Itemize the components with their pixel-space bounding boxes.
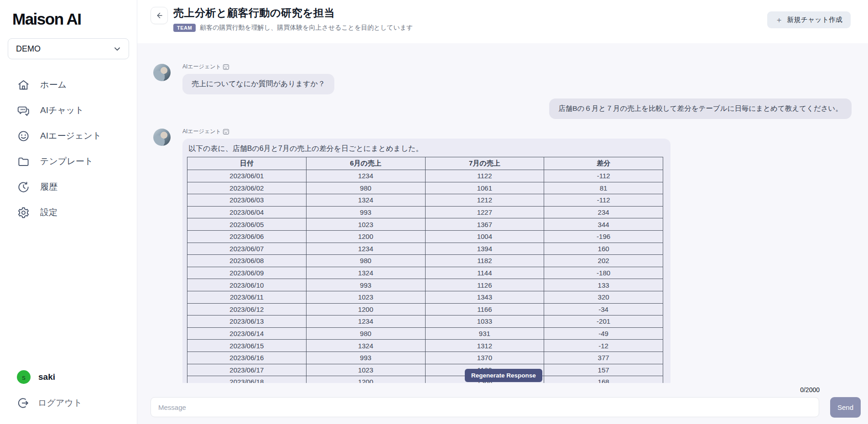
logout-icon [17, 397, 29, 409]
send-button[interactable]: Send [830, 397, 861, 418]
sidebar: Maison AI DEMO ホーム AIチャット AIエージェント テンプレー… [0, 0, 137, 424]
table-cell: 980 [306, 327, 425, 340]
agent-message-bubble: 売上についてなにか質問がありますか？ [182, 74, 334, 94]
table-cell: 1004 [425, 230, 544, 243]
agent-description: 顧客の購買行動を理解し、購買体験を向上させることを目的としています [200, 24, 413, 32]
table-cell: 2023/06/09 [187, 267, 307, 279]
table-cell: 1144 [425, 267, 544, 279]
sidebar-item-ai-chat[interactable]: AIチャット [0, 98, 137, 123]
chat-header: 売上分析と顧客行動の研究を担当 TEAM 顧客の購買行動を理解し、購買体験を向上… [137, 0, 868, 43]
table-row: 2023/06/0313241212-112 [187, 194, 663, 207]
table-cell: -112 [544, 194, 663, 207]
table-cell: 1033 [425, 315, 544, 328]
table-cell: 1343 [425, 291, 544, 303]
table-cell: 2023/06/12 [187, 303, 307, 315]
table-cell: 1061 [425, 182, 544, 194]
user-message-bubble: 店舗Bの６月と７月の売上を比較して差分をテーブルに日毎にまとめて教えてください。 [549, 98, 852, 119]
table-cell: 2023/06/06 [187, 230, 307, 243]
table-cell: 81 [544, 182, 663, 194]
table-cell: 2023/06/13 [187, 315, 307, 328]
table-cell: 1370 [425, 352, 544, 364]
table-cell: 2023/06/02 [187, 182, 307, 194]
table-cell: 993 [306, 352, 425, 364]
table-header-cell: 差分 [544, 157, 663, 170]
user-name: saki [38, 372, 55, 382]
table-cell: 202 [544, 255, 663, 267]
sidebar-item-label: AIエージェント [40, 130, 101, 142]
team-badge: TEAM [173, 24, 196, 32]
table-cell: 2023/06/07 [187, 243, 307, 255]
message-input[interactable] [151, 397, 819, 417]
sidebar-item-label: 履歴 [40, 181, 57, 193]
table-row: 2023/06/0712341394160 [187, 243, 663, 255]
sales-comparison-table: 日付6月の売上7月の売上差分 2023/06/0112341122-112202… [187, 157, 663, 383]
table-row: 2023/06/02980106181 [187, 182, 663, 194]
back-button[interactable] [151, 7, 168, 24]
agent-message: AIエージェント 売上についてなにか質問がありますか？ [137, 62, 868, 94]
table-cell: 157 [544, 364, 663, 376]
agent-icon [17, 130, 30, 142]
sidebar-item-home[interactable]: ホーム [0, 72, 137, 98]
table-cell: 1227 [425, 206, 544, 218]
table-header-cell: 6月の売上 [306, 157, 425, 170]
robot-icon [223, 64, 229, 70]
table-cell: 133 [544, 279, 663, 291]
table-cell: 1367 [425, 218, 544, 231]
user-message: 店舗Bの６月と７月の売上を比較して差分をテーブルに日毎にまとめて教えてください。 [137, 98, 868, 119]
table-row: 2023/06/14980931-49 [187, 327, 663, 340]
agent-message: AIエージェント 以下の表に、店舗Bの6月と7月の売上の差分を日ごとにまとめまし… [137, 127, 868, 383]
agent-table-bubble: 以下の表に、店舗Bの6月と7月の売上の差分を日ごとにまとめました。 日付6月の売… [182, 139, 670, 383]
agent-avatar [153, 64, 171, 81]
agent-name-label: AIエージェント [182, 63, 221, 71]
history-icon [17, 181, 30, 193]
table-cell: 993 [306, 206, 425, 218]
table-cell: 1182 [425, 255, 544, 267]
table-cell: -49 [544, 327, 663, 340]
table-cell: 1200 [306, 230, 425, 243]
table-cell: 2023/06/10 [187, 279, 307, 291]
table-row: 2023/06/0112341122-112 [187, 170, 663, 182]
table-cell: 1234 [306, 243, 425, 255]
back-arrow-icon [155, 11, 163, 20]
table-cell: 2023/06/14 [187, 327, 307, 340]
logout-label: ログアウト [38, 397, 82, 409]
table-cell: 1200 [306, 303, 425, 315]
table-row: 2023/06/1710231180157 [187, 364, 663, 376]
new-chat-button[interactable]: ＋ 新規チャット作成 [767, 11, 851, 28]
table-header-cell: 7月の売上 [425, 157, 544, 170]
regenerate-response-button[interactable]: Regenerate Response [465, 369, 542, 382]
sidebar-item-label: テンプレート [40, 155, 93, 167]
table-cell: 2023/06/16 [187, 352, 307, 364]
sidebar-item-settings[interactable]: 設定 [0, 200, 137, 225]
table-cell: 2023/06/08 [187, 255, 307, 267]
user-profile: s saki [0, 368, 137, 386]
table-row: 2023/06/1212001166-34 [187, 303, 663, 315]
table-cell: 1234 [306, 315, 425, 328]
sidebar-item-history[interactable]: 履歴 [0, 174, 137, 200]
table-cell: 2023/06/05 [187, 218, 307, 231]
sidebar-item-templates[interactable]: テンプレート [0, 149, 137, 174]
table-cell: 2023/06/18 [187, 376, 307, 383]
table-row: 2023/06/1312341033-201 [187, 315, 663, 328]
plus-icon: ＋ [775, 15, 783, 25]
table-cell: -34 [544, 303, 663, 315]
table-header-cell: 日付 [187, 157, 307, 170]
composer: 0/2000 Send [137, 383, 868, 424]
table-cell: 980 [306, 255, 425, 267]
table-cell: 1394 [425, 243, 544, 255]
template-icon [17, 155, 30, 168]
sidebar-item-ai-agent[interactable]: AIエージェント [0, 123, 137, 149]
logout-button[interactable]: ログアウト [0, 394, 137, 412]
table-cell: 2023/06/15 [187, 340, 307, 352]
table-cell: -180 [544, 267, 663, 279]
workspace-selector[interactable]: DEMO [8, 38, 129, 59]
table-cell: 1312 [425, 340, 544, 352]
agent-avatar [153, 129, 171, 146]
chat-scroll-area[interactable]: AIエージェント 売上についてなにか質問がありますか？ 店舗Bの６月と７月の売上… [137, 43, 868, 383]
table-cell: -196 [544, 230, 663, 243]
table-row: 2023/06/049931227234 [187, 206, 663, 218]
table-row: 2023/06/1513241312-12 [187, 340, 663, 352]
table-intro-text: 以下の表に、店舗Bの6月と7月の売上の差分を日ごとにまとめました。 [188, 144, 663, 154]
table-cell: 1122 [425, 170, 544, 182]
table-cell: 2023/06/17 [187, 364, 307, 376]
